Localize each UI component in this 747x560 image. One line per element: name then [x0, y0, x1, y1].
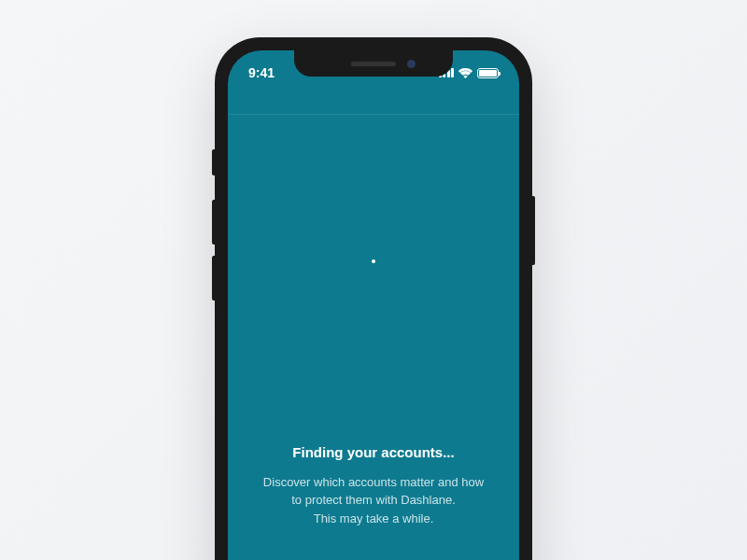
screen-content: Finding your accounts... Discover which …	[228, 115, 519, 560]
loading-subtitle: Discover which accounts matter and how t…	[254, 473, 493, 528]
phone-left-buttons	[212, 149, 215, 312]
volume-down-button	[212, 256, 215, 301]
subtitle-line: to protect them with Dashlane.	[291, 493, 456, 507]
wifi-icon	[458, 68, 472, 78]
phone-right-buttons	[532, 196, 535, 265]
loading-title: Finding your accounts...	[254, 444, 493, 460]
status-time: 9:41	[248, 65, 275, 80]
phone-device-frame: 9:41	[215, 37, 532, 560]
phone-screen: 9:41	[228, 50, 519, 560]
message-block: Finding your accounts... Discover which …	[228, 444, 519, 528]
notch	[294, 50, 453, 77]
subtitle-line: Discover which accounts matter and how	[263, 475, 484, 489]
subtitle-line: This may take a while.	[314, 511, 434, 525]
mute-switch	[212, 149, 215, 175]
battery-icon	[477, 68, 499, 78]
speaker-grille	[351, 62, 396, 66]
volume-up-button	[212, 200, 215, 245]
loading-indicator	[372, 259, 375, 263]
front-camera	[407, 60, 416, 68]
power-button	[532, 196, 535, 265]
